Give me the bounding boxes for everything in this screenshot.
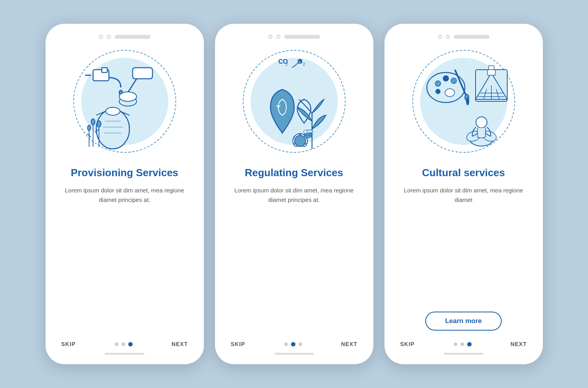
dot-1-1	[115, 342, 118, 346]
home-indicator-3	[444, 353, 483, 355]
dot-3-2	[461, 342, 464, 346]
camera-circle-6	[446, 35, 450, 39]
svg-point-10	[106, 107, 120, 115]
phone-notch-2	[228, 35, 361, 39]
svg-point-46	[443, 76, 449, 81]
illustration-cultural	[408, 46, 519, 157]
skip-button-2[interactable]: SKIP	[231, 341, 245, 347]
svg-point-47	[451, 78, 457, 84]
nav-row-3: SKIP NEXT	[397, 338, 530, 347]
dot-2-1	[284, 342, 288, 346]
svg-rect-5	[133, 68, 152, 79]
desc-cultural: Lorem ipsum dolor sit dim amet, mea regi…	[397, 186, 530, 304]
title-provisioning: Provisioning Services	[71, 166, 179, 179]
camera-circle-1	[99, 35, 103, 39]
regulating-svg: CO 2 O 2	[239, 46, 350, 157]
svg-point-23	[88, 125, 91, 131]
home-indicator-1	[105, 353, 145, 355]
dot-3-3	[467, 342, 472, 346]
next-button-1[interactable]: NEXT	[171, 341, 188, 347]
svg-point-8	[119, 92, 137, 101]
speaker-bar-2	[284, 35, 320, 39]
nav-row-2: SKIP NEXT	[228, 338, 361, 347]
svg-point-64	[476, 117, 487, 128]
svg-point-51	[466, 97, 469, 105]
title-regulating: Regulating Services	[245, 166, 343, 179]
svg-point-48	[436, 89, 440, 94]
cultural-svg	[408, 46, 519, 157]
illustration-provisioning	[69, 46, 180, 157]
svg-point-21	[97, 121, 101, 127]
svg-point-37	[295, 135, 306, 146]
phone-regulating: CO 2 O 2	[215, 24, 373, 364]
camera-circle-5	[438, 35, 442, 39]
phone-cultural: Cultural services Lorem ipsum dolor sit …	[384, 24, 543, 364]
phones-container: Provisioning Services Lorem ipsum dolor …	[30, 8, 559, 380]
svg-text:2: 2	[303, 62, 305, 67]
phone-notch-3	[397, 35, 530, 39]
dot-1-3	[128, 342, 133, 346]
dots-2	[284, 342, 302, 346]
illustration-regulating: CO 2 O 2	[239, 46, 350, 157]
speaker-bar-1	[115, 35, 150, 39]
skip-button-1[interactable]: SKIP	[61, 341, 76, 347]
dot-3-1	[454, 342, 457, 346]
learn-more-button[interactable]: Learn more	[425, 312, 502, 331]
desc-provisioning: Lorem ipsum dolor sit dim amet, mea regi…	[58, 186, 191, 258]
nav-row-1: SKIP NEXT	[58, 338, 191, 347]
svg-point-42	[307, 130, 313, 133]
svg-point-45	[435, 81, 441, 86]
phone-notch-1	[58, 35, 191, 39]
next-button-3[interactable]: NEXT	[510, 341, 527, 347]
provisioning-svg	[69, 46, 180, 157]
home-indicator-2	[274, 353, 314, 355]
dot-2-3	[299, 342, 302, 346]
dots-3	[454, 342, 472, 346]
speaker-bar-3	[454, 35, 489, 39]
svg-point-44	[445, 89, 455, 97]
dot-2-2	[291, 342, 295, 346]
dot-1-2	[122, 342, 125, 346]
title-cultural: Cultural services	[422, 166, 505, 179]
svg-rect-1	[102, 68, 107, 72]
svg-rect-60	[489, 66, 494, 70]
camera-circle-3	[268, 35, 272, 39]
svg-point-17	[91, 119, 95, 125]
phone-provisioning: Provisioning Services Lorem ipsum dolor …	[46, 24, 204, 364]
dots-1	[115, 342, 133, 346]
next-button-2[interactable]: NEXT	[341, 341, 357, 347]
skip-button-3[interactable]: SKIP	[400, 341, 415, 347]
camera-circle-2	[107, 35, 111, 39]
camera-circle-4	[276, 35, 280, 39]
svg-text:2: 2	[285, 62, 288, 67]
desc-regulating: Lorem ipsum dolor sit dim amet, mea regi…	[228, 186, 361, 258]
svg-rect-59	[487, 70, 495, 75]
